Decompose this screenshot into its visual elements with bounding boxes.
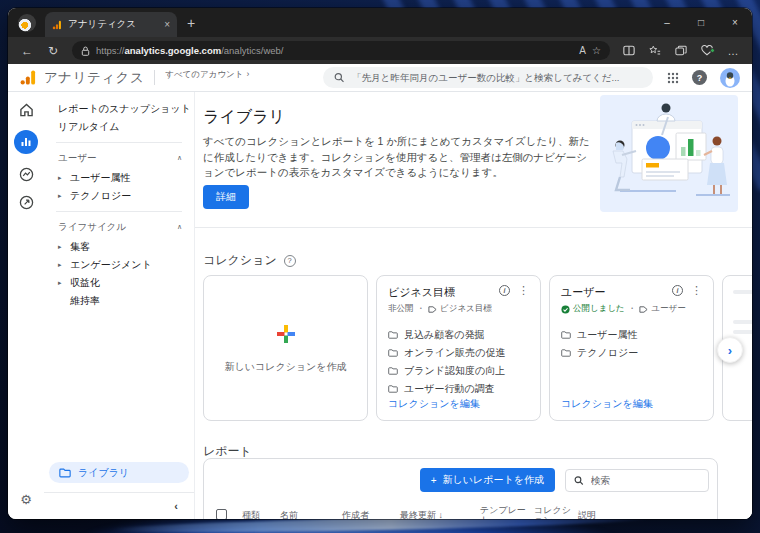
expand-arrow-icon: ▸ <box>58 261 64 269</box>
folder-icon <box>561 331 571 339</box>
account-switcher[interactable]: すべてのアカウント › <box>165 69 249 81</box>
nav-item-engagement[interactable]: ▸ エンゲージメント <box>44 256 194 273</box>
folder-icon <box>388 331 398 339</box>
avatar[interactable] <box>720 68 740 88</box>
favorites-star-icon[interactable]: ☆ <box>592 45 601 56</box>
browser-tab[interactable]: アナリティクス × <box>45 12 177 37</box>
refresh-button[interactable]: ↻ <box>42 44 64 58</box>
chevron-left-icon: ‹ <box>174 500 178 512</box>
maximize-button[interactable]: □ <box>684 8 718 37</box>
collections-help-icon[interactable]: ? <box>284 255 296 267</box>
analytics-favicon <box>52 20 62 30</box>
nav-section-user[interactable]: ユーザー ∧ <box>44 150 194 166</box>
nav-section-lifecycle[interactable]: ライフサイクル ∧ <box>44 219 194 235</box>
help-icon[interactable]: ? <box>692 70 707 85</box>
nav-item-retention[interactable]: 維持率 <box>44 292 194 309</box>
nav-divider <box>56 211 182 212</box>
back-button[interactable]: ← <box>16 44 38 58</box>
expand-arrow-icon: ▸ <box>58 192 64 200</box>
column-name: 名前 <box>280 510 342 519</box>
tab-close-icon[interactable]: × <box>164 20 170 30</box>
new-collection-card[interactable]: 新しいコレクションを作成 <box>203 275 368 421</box>
info-icon[interactable]: i <box>672 285 683 296</box>
folder-icon <box>59 468 71 478</box>
browser-essentials-icon[interactable] <box>696 45 718 56</box>
collection-report-item: テクノロジー <box>561 346 702 360</box>
column-description: 説明 <box>578 510 705 519</box>
new-collection-label: 新しいコレクションを作成 <box>224 360 346 374</box>
column-type: 種類 <box>242 510 280 519</box>
advertising-icon[interactable] <box>19 195 34 210</box>
library-illustration <box>600 95 738 212</box>
expand-arrow-icon: ▸ <box>58 279 64 287</box>
reports-search-input[interactable] <box>591 475 700 486</box>
status-badge: 非公開 <box>388 303 414 315</box>
nav-bottom: ライブラリ ‹ <box>44 462 194 519</box>
nav-item-snapshot[interactable]: レポートのスナップショット <box>44 100 194 117</box>
reports-nav-icon[interactable] <box>14 130 38 154</box>
close-button[interactable]: × <box>718 8 752 37</box>
collection-report-item: オンライン販売の促進 <box>388 346 529 360</box>
explore-icon[interactable] <box>19 167 34 182</box>
split-screen-icon[interactable] <box>618 45 640 56</box>
nav-item-acquisition[interactable]: ▸ 集客 <box>44 238 194 255</box>
more-menu-icon[interactable]: … <box>722 45 744 57</box>
plus-icon: + <box>431 475 437 486</box>
template-tag-icon <box>428 305 437 314</box>
nav-rail: ⚙ <box>8 92 44 519</box>
page-title: ライブラリ <box>203 107 285 128</box>
collection-card-business[interactable]: ビジネス目標 i ⋮ 非公開 ・ ビジネス目標 <box>376 275 541 421</box>
search-input[interactable] <box>352 72 642 83</box>
collapse-nav-button[interactable]: ‹ <box>44 492 194 519</box>
kebab-menu-icon[interactable]: ⋮ <box>518 284 529 297</box>
read-aloud-icon[interactable]: A <box>579 45 586 56</box>
collection-report-item: ユーザー行動の調査 <box>388 382 529 396</box>
new-tab-button[interactable]: + <box>187 15 195 31</box>
browser-window: アナリティクス × + – □ × ← ↻ https://analytics.… <box>8 8 752 519</box>
nav-item-realtime[interactable]: リアルタイム <box>44 118 194 135</box>
collection-card-user[interactable]: ユーザー i ⋮ 公開しました ・ ユーザー <box>549 275 714 421</box>
column-collection: コレクション <box>534 505 578 519</box>
create-report-button[interactable]: + 新しいレポートを作成 <box>420 468 555 492</box>
tab-title: アナリティクス <box>68 18 158 31</box>
nav-item-technology[interactable]: ▸ テクノロジー <box>44 187 194 204</box>
column-last-updated[interactable]: 最終更新 ↓ <box>400 510 480 519</box>
collapse-icon[interactable]: ∧ <box>177 223 182 231</box>
collapse-icon[interactable]: ∧ <box>177 154 182 162</box>
expand-arrow-icon: ▸ <box>58 174 64 182</box>
info-icon[interactable]: i <box>499 285 510 296</box>
reports-search-box[interactable] <box>565 469 709 492</box>
apps-grid-icon[interactable] <box>667 72 679 84</box>
folder-icon <box>388 367 398 375</box>
admin-gear-icon[interactable]: ⚙ <box>20 492 32 507</box>
collections-icon[interactable] <box>670 45 692 56</box>
details-button[interactable]: 詳細 <box>203 185 249 209</box>
edit-collection-link[interactable]: コレクションを編集 <box>388 397 480 411</box>
carousel-next-button[interactable]: › <box>717 337 743 363</box>
browser-tabstrip: アナリティクス × + – □ × <box>8 8 752 37</box>
favorites-hub-icon[interactable] <box>644 45 666 56</box>
address-bar[interactable]: https://analytics.google.com/analytics/w… <box>72 41 610 60</box>
nav-item-monetization[interactable]: ▸ 収益化 <box>44 274 194 291</box>
minimize-button[interactable]: – <box>650 8 684 37</box>
workspaces-icon[interactable] <box>18 14 36 32</box>
select-all-checkbox[interactable] <box>216 509 227 519</box>
search-bar[interactable] <box>323 67 653 88</box>
analytics-header: アナリティクス すべてのアカウント › ? <box>8 64 752 92</box>
nav-item-library[interactable]: ライブラリ <box>49 462 189 483</box>
nav-item-user-attributes[interactable]: ▸ ユーザー属性 <box>44 169 194 186</box>
essentials-status-dot <box>710 48 715 53</box>
kebab-menu-icon[interactable]: ⋮ <box>691 284 702 297</box>
page-description: すべてのコレクションとレポートを 1 か所にまとめてカスタマイズしたり、新たに作… <box>203 134 597 181</box>
search-icon <box>334 72 344 83</box>
sort-desc-icon: ↓ <box>439 510 444 519</box>
collection-report-item: 見込み顧客の発掘 <box>388 328 529 342</box>
collections-heading: コレクション ? <box>203 252 296 269</box>
edit-collection-link[interactable]: コレクションを編集 <box>561 397 653 411</box>
reports-table-card: + 新しいレポートを作成 種類 <box>203 458 718 519</box>
column-creator: 作成者 <box>342 510 400 519</box>
check-circle-icon <box>561 305 570 314</box>
section-divider <box>195 227 752 228</box>
chevron-right-icon: › <box>247 69 250 79</box>
home-icon[interactable] <box>19 103 34 117</box>
